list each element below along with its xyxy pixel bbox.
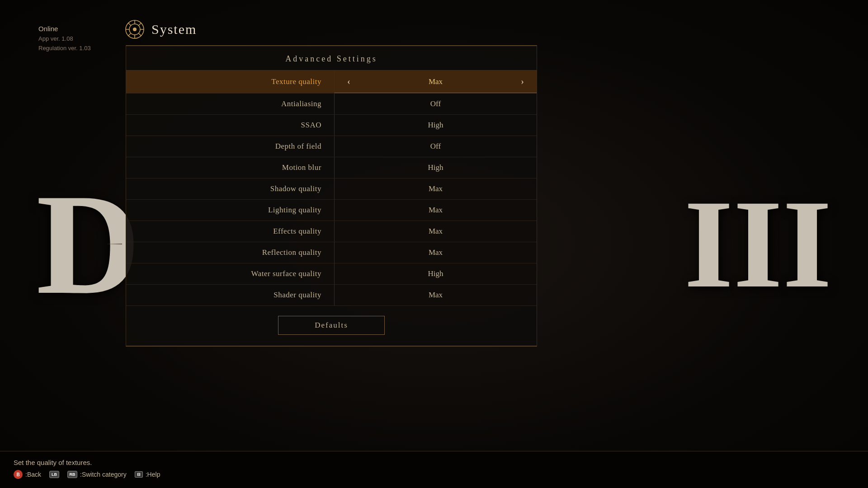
- setting-value-container: High: [334, 157, 537, 178]
- setting-value: Max: [344, 248, 528, 257]
- setting-name: Antialiasing: [126, 94, 334, 114]
- b-button-icon: B: [14, 470, 23, 479]
- setting-name: Depth of field: [126, 136, 334, 157]
- system-title: System: [151, 22, 197, 37]
- control-help: ⊟ :Help: [135, 471, 160, 478]
- setting-value-container: ‹Max›: [334, 70, 537, 93]
- help-label: :Help: [146, 471, 160, 478]
- hint-text: Set the quality of textures.: [14, 459, 854, 466]
- online-label: Online: [38, 25, 91, 33]
- svg-line-7: [128, 23, 131, 26]
- bottom-bar: Set the quality of textures. B :Back LB …: [0, 451, 868, 488]
- setting-value-container: Max: [334, 221, 537, 242]
- setting-row[interactable]: Shadow qualityMax: [126, 178, 537, 200]
- setting-row[interactable]: Motion blurHigh: [126, 157, 537, 178]
- control-back: B :Back: [14, 470, 41, 479]
- setting-value: High: [344, 269, 528, 278]
- version-info: App ver. 1.08 Regulation ver. 1.03: [38, 34, 91, 53]
- setting-name: Shadow quality: [126, 178, 334, 199]
- setting-name: Motion blur: [126, 157, 334, 178]
- setting-value-container: Max: [334, 242, 537, 263]
- setting-value: Max: [344, 291, 528, 300]
- setting-row[interactable]: Shader qualityMax: [126, 285, 537, 306]
- setting-row[interactable]: AntialiasingOff: [126, 94, 537, 115]
- top-info: Online App ver. 1.08 Regulation ver. 1.0…: [38, 25, 91, 53]
- arrow-left-icon[interactable]: ‹: [344, 76, 354, 87]
- setting-name: Shader quality: [126, 285, 334, 305]
- settings-list: Texture quality‹Max›AntialiasingOffSSAOH…: [126, 70, 537, 306]
- setting-name: Lighting quality: [126, 200, 334, 221]
- lb-button-icon: LB: [49, 471, 59, 478]
- back-label: :Back: [25, 471, 41, 478]
- setting-value: Max: [354, 77, 518, 86]
- reg-ver: Regulation ver. 1.03: [38, 44, 91, 53]
- panel-title: Advanced Settings: [126, 46, 537, 70]
- help-button-icon: ⊟: [135, 471, 143, 478]
- setting-value: Off: [344, 142, 528, 151]
- svg-point-2: [133, 28, 137, 31]
- left-divider: [106, 244, 122, 244]
- setting-name: Water surface quality: [126, 263, 334, 284]
- svg-line-9: [139, 23, 142, 26]
- system-header: System: [124, 19, 197, 40]
- setting-value: High: [344, 163, 528, 172]
- setting-value-container: Max: [334, 285, 537, 305]
- switch-label: :Switch category: [80, 471, 127, 478]
- setting-row[interactable]: Reflection qualityMax: [126, 242, 537, 263]
- control-lb: LB: [49, 471, 59, 478]
- setting-row[interactable]: Effects qualityMax: [126, 221, 537, 242]
- setting-value: High: [344, 121, 528, 130]
- arrow-right-icon[interactable]: ›: [517, 76, 528, 87]
- logo-iii: III: [684, 181, 832, 307]
- setting-value-container: Max: [334, 178, 537, 199]
- setting-value-container: Off: [334, 136, 537, 157]
- setting-row[interactable]: Lighting qualityMax: [126, 200, 537, 221]
- defaults-container: Defaults: [126, 306, 537, 346]
- setting-name: SSAO: [126, 115, 334, 136]
- setting-row[interactable]: SSAOHigh: [126, 115, 537, 136]
- setting-row[interactable]: Texture quality‹Max›: [126, 70, 537, 94]
- setting-value: Max: [344, 206, 528, 215]
- setting-name: Texture quality: [126, 71, 334, 92]
- setting-value-container: High: [334, 263, 537, 284]
- control-rb: RB :Switch category: [67, 471, 127, 478]
- svg-line-10: [128, 33, 131, 36]
- app-ver: App ver. 1.08: [38, 34, 91, 44]
- setting-value: Off: [344, 99, 528, 108]
- setting-row[interactable]: Water surface qualityHigh: [126, 263, 537, 285]
- setting-row[interactable]: Depth of fieldOff: [126, 136, 537, 157]
- setting-value-container: Off: [334, 94, 537, 114]
- setting-name: Effects quality: [126, 221, 334, 242]
- setting-value: Max: [344, 227, 528, 236]
- main-panel: Advanced Settings Texture quality‹Max›An…: [126, 45, 537, 347]
- svg-line-8: [139, 33, 142, 36]
- system-icon: [124, 19, 145, 40]
- setting-value: Max: [344, 184, 528, 193]
- controls-row: B :Back LB RB :Switch category ⊟ :Help: [14, 470, 854, 479]
- setting-name: Reflection quality: [126, 242, 334, 263]
- defaults-button[interactable]: Defaults: [278, 316, 385, 335]
- setting-value-container: High: [334, 115, 537, 136]
- setting-value-container: Max: [334, 200, 537, 221]
- rb-button-icon: RB: [67, 471, 77, 478]
